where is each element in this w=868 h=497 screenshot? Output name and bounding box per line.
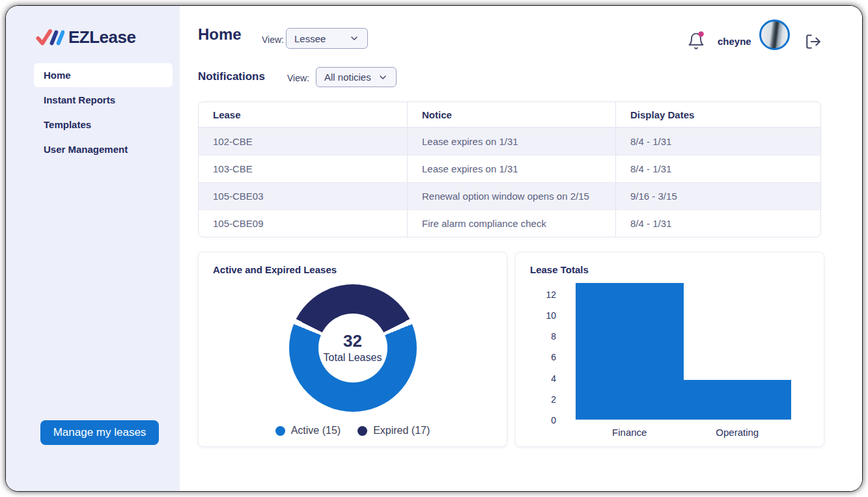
- donut-ring: 32 Total Leases: [289, 284, 417, 412]
- legend-dot-active: [275, 426, 285, 436]
- sidebar-item-home[interactable]: Home: [34, 63, 173, 87]
- bar-chart: 024681012 Finance Operating: [530, 279, 809, 439]
- dates-cell: 8/4 - 1/31: [615, 155, 820, 182]
- main-content: Home View: Lessee cheyne Notif: [180, 6, 862, 491]
- legend-item-expired[interactable]: Expired (17): [357, 425, 430, 437]
- column-header-lease: Lease: [199, 102, 407, 127]
- dates-cell: 8/4 - 1/31: [615, 128, 820, 155]
- lease-cell: 105-CBE03: [199, 183, 407, 209]
- column-header-display-dates: Display Dates: [615, 102, 820, 127]
- bar-chart-title: Lease Totals: [530, 264, 809, 275]
- lease-cell: 103-CBE: [199, 155, 407, 182]
- lease-cell: 105-CBE09: [199, 210, 407, 237]
- donut-legend: Active (15) Expired (17): [213, 425, 492, 437]
- bar-plot: [567, 279, 800, 420]
- sidebar-item-label: Home: [44, 70, 71, 81]
- legend-label: Expired (17): [373, 425, 430, 437]
- dates-cell: 8/4 - 1/31: [615, 210, 820, 237]
- notices-view-label: View:: [287, 73, 309, 83]
- table-row: 105-CBE09 Fire alarm compliance check 8/…: [199, 209, 820, 237]
- notifications-table: Lease Notice Display Dates 102-CBE Lease…: [198, 101, 821, 237]
- notice-cell: Lease expires on 1/31: [407, 155, 615, 182]
- view-label: View:: [262, 34, 284, 45]
- dates-cell: 9/16 - 3/15: [615, 183, 820, 209]
- bar-category-labels: Finance Operating: [567, 427, 800, 438]
- notice-cell: Lease expires on 1/31: [407, 128, 615, 155]
- sidebar-item-user-management[interactable]: User Management: [34, 137, 173, 161]
- y-axis-tick-label: 0: [551, 415, 556, 425]
- active-expired-leases-card: Active and Expired Leases 32 Total Lease…: [198, 252, 507, 447]
- avatar[interactable]: [759, 20, 790, 50]
- chevron-down-icon: [349, 33, 359, 44]
- logout-button[interactable]: [805, 33, 822, 50]
- lease-cell: 102-CBE: [199, 128, 407, 155]
- y-axis-tick-label: 8: [551, 331, 556, 342]
- logo-text: EZLease: [68, 27, 135, 47]
- y-axis-tick-label: 4: [551, 373, 556, 384]
- total-leases-value: 32: [343, 332, 362, 350]
- sidebar-nav: Home Instant Reports Templates User Mana…: [34, 63, 173, 162]
- legend-dot-expired: [357, 426, 367, 436]
- bar-finance: [576, 283, 684, 420]
- page-title: Home: [198, 25, 242, 44]
- sidebar-item-instant-reports[interactable]: Instant Reports: [34, 88, 173, 112]
- notices-select-value: All noticies: [324, 72, 371, 83]
- column-header-notice: Notice: [407, 102, 615, 127]
- view-select-value: Lessee: [294, 33, 326, 44]
- donut-center: 32 Total Leases: [318, 314, 387, 383]
- table-row: 102-CBE Lease expires on 1/31 8/4 - 1/31: [199, 128, 820, 155]
- table-row: 105-CBE03 Renewal option window opens on…: [199, 182, 820, 209]
- y-axis-tick-label: 12: [546, 289, 556, 300]
- y-axis-tick-label: 6: [551, 352, 556, 362]
- table-row: 103-CBE Lease expires on 1/31 8/4 - 1/31: [199, 155, 820, 182]
- app-window: EZLease Home Instant Reports Templates U…: [5, 5, 863, 492]
- chevron-down-icon: [378, 72, 388, 83]
- y-axis-tick-label: 10: [546, 310, 556, 321]
- bar-operating: [684, 380, 792, 420]
- view-select[interactable]: Lessee: [286, 28, 368, 49]
- total-leases-label: Total Leases: [324, 352, 382, 364]
- sidebar-item-label: Templates: [44, 119, 91, 130]
- app-logo: EZLease: [36, 27, 135, 47]
- sidebar-item-templates[interactable]: Templates: [34, 113, 173, 137]
- notifications-title: Notifications: [198, 70, 265, 83]
- bar-ticks: 024681012: [530, 279, 559, 439]
- notifications-bell-button[interactable]: [687, 31, 705, 50]
- logo-checkmark-icon: [36, 28, 64, 47]
- bar-label-finance: Finance: [576, 427, 684, 438]
- lease-totals-card: Lease Totals 024681012 Finance Operating: [515, 252, 824, 447]
- y-axis-tick-label: 2: [551, 394, 556, 405]
- bell-icon: [687, 31, 705, 50]
- notification-badge-dot: [698, 31, 703, 36]
- sidebar-item-label: Instant Reports: [44, 94, 115, 105]
- table-header-row: Lease Notice Display Dates: [199, 102, 820, 128]
- donut-chart-title: Active and Expired Leases: [213, 264, 492, 275]
- legend-item-active[interactable]: Active (15): [275, 425, 341, 437]
- sidebar-item-label: User Management: [44, 144, 128, 155]
- sidebar: EZLease Home Instant Reports Templates U…: [6, 6, 180, 491]
- username-label: cheyne: [718, 36, 751, 47]
- bar-label-operating: Operating: [684, 427, 792, 438]
- logout-icon: [805, 33, 822, 50]
- manage-my-leases-button[interactable]: Manage my leases: [40, 420, 159, 445]
- notice-cell: Renewal option window opens on 2/15: [407, 183, 615, 209]
- notice-cell: Fire alarm compliance check: [407, 210, 615, 237]
- legend-label: Active (15): [291, 425, 341, 437]
- notices-select[interactable]: All noticies: [316, 67, 397, 87]
